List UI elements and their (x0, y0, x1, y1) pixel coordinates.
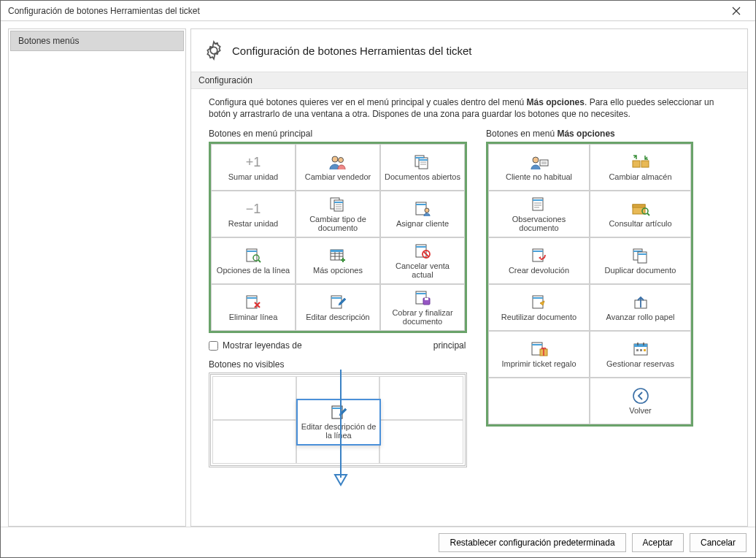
button-cell[interactable]: Cancelar venta actual (380, 237, 465, 284)
doc-edit-icon (329, 294, 347, 311)
hidden-slot[interactable] (379, 420, 463, 464)
button-cell[interactable] (488, 378, 590, 424)
doc-reuse-icon (531, 294, 548, 311)
button-cell-label: Gestionar reservas (606, 359, 674, 368)
button-cell[interactable]: Documentos abiertos (380, 144, 465, 191)
back-icon (632, 387, 649, 405)
cancel-button[interactable]: Cancelar (690, 533, 747, 552)
button-cell[interactable]: Cambiar almacén (590, 144, 691, 191)
button-cell[interactable]: Gestionar reservas (590, 331, 691, 378)
drag-ghost[interactable]: Editar descripción de la línea (296, 399, 381, 446)
button-cell-label: Restar unidad (228, 219, 279, 228)
dialog-window: Configuración de botones Herramientas de… (0, 0, 756, 558)
show-legends-checkbox[interactable] (209, 341, 218, 351)
doc-type-icon (328, 196, 347, 213)
button-cell-label: Sumar unidad (228, 172, 279, 181)
svg-rect-21 (331, 250, 343, 252)
button-cell-label: Asignar cliente (396, 219, 449, 228)
button-cell[interactable]: Duplicar documento (590, 237, 691, 284)
more-buttons-grid[interactable]: Cliente no habitualCambiar almacénObserv… (486, 142, 693, 427)
button-cell-label: Editar descripción (306, 313, 369, 321)
button-cell-label: Crear devolución (509, 266, 569, 275)
svg-point-59 (633, 389, 648, 403)
button-cell-label: Cobrar y finalizar documento (384, 308, 461, 326)
button-cell[interactable]: Volver (590, 378, 691, 424)
svg-rect-35 (641, 161, 649, 167)
hidden-buttons-label: Botones no visibles (209, 359, 467, 370)
window-title: Configuración de botones Herramientas de… (8, 6, 722, 16)
ok-button[interactable]: Aceptar (632, 533, 684, 552)
button-cell[interactable]: Cambiar tipo de documento (296, 191, 380, 237)
svg-rect-58 (644, 349, 646, 351)
button-cell[interactable]: Editar descripción (296, 284, 380, 331)
reset-defaults-button[interactable]: Restablecer configuración predeterminada (439, 533, 625, 552)
more-buttons-column: Botones en menú Más opciones Cliente no … (486, 129, 693, 427)
button-cell[interactable]: Consultar artículo (590, 191, 691, 237)
warehouse-swap-icon (630, 153, 651, 171)
button-cell[interactable]: Imprimir ticket regalo (488, 331, 590, 378)
button-cell[interactable]: Reutilizar documento (488, 284, 590, 331)
sidebar-item-label: Botones menús (18, 36, 79, 46)
button-cell[interactable]: Cliente no habitual (488, 144, 590, 191)
main-buttons-grid[interactable]: +1Sumar unidadCambiar vendedorDocumentos… (209, 142, 467, 333)
button-cell-label: Cliente no habitual (506, 172, 572, 181)
button-cell-label: Más opciones (313, 266, 363, 275)
box-search-icon (631, 200, 650, 218)
button-cell-label: Cancelar venta actual (384, 261, 461, 279)
svg-rect-57 (640, 349, 642, 351)
svg-rect-29 (425, 298, 428, 300)
doc-edit-icon (330, 405, 347, 421)
sidebar-item-botones-menus[interactable]: Botones menús (10, 31, 184, 51)
svg-rect-31 (540, 160, 548, 166)
button-cell[interactable]: Eliminar línea (211, 284, 296, 331)
svg-rect-53 (634, 344, 647, 347)
doc-forbid-icon (414, 242, 431, 260)
doc-gift-icon (530, 340, 549, 358)
sidebar: Botones menús (8, 28, 186, 527)
button-cell[interactable]: −1Restar unidad (211, 191, 296, 237)
doc-search-icon (244, 247, 262, 264)
button-cell[interactable]: Cobrar y finalizar documento (380, 284, 465, 331)
hidden-slot[interactable] (379, 376, 463, 420)
button-cell-label: Cambiar almacén (609, 172, 671, 181)
calendar-icon (632, 340, 649, 358)
button-cell[interactable]: Avanzar rollo papel (590, 284, 691, 331)
description-text: Configura qué botones quieres ver en el … (209, 96, 730, 120)
show-legends-row: Mostrar leyendas de xxxxxxxxxxxxxxxxxxxx… (209, 340, 467, 351)
content-area: Configura qué botones quieres ver en el … (191, 89, 747, 526)
close-icon (732, 7, 741, 15)
plus1-icon: +1 (246, 153, 261, 171)
hidden-slot[interactable] (212, 420, 296, 464)
main-buttons-label: Botones en menú principal (209, 129, 467, 139)
button-cell[interactable]: Observaciones documento (488, 191, 590, 237)
panel-title: Configuración de botones Herramientas de… (232, 45, 472, 57)
doc-dup-icon (631, 247, 650, 264)
button-cell[interactable]: Cambiar vendedor (296, 144, 380, 191)
button-cell-label: Cambiar tipo de documento (299, 215, 377, 232)
doc-person-icon (414, 200, 431, 218)
minus1-icon: −1 (246, 200, 261, 218)
button-cell-label: Avanzar rollo papel (606, 313, 675, 321)
button-cell-label: Volver (629, 406, 652, 415)
svg-point-30 (533, 157, 539, 163)
button-cell[interactable]: Más opciones (296, 237, 380, 284)
drag-ghost-label: Editar descripción de la línea (298, 422, 379, 440)
svg-line-15 (258, 260, 261, 262)
show-legends-label-p2: principal (433, 340, 466, 351)
table-plus-icon (329, 247, 347, 264)
svg-point-1 (339, 158, 344, 163)
button-cell[interactable]: Crear devolución (488, 237, 590, 284)
button-cell[interactable]: +1Sumar unidad (211, 144, 296, 191)
person-card-icon (529, 153, 549, 171)
svg-rect-41 (633, 205, 645, 207)
panel-header: Configuración de botones Herramientas de… (191, 29, 747, 72)
button-cell-label: Opciones de la línea (217, 266, 290, 275)
button-cell-label: Reutilizar documento (501, 313, 576, 321)
button-cell[interactable]: Asignar cliente (380, 191, 465, 237)
svg-point-12 (425, 208, 429, 213)
button-cell[interactable]: Opciones de la línea (211, 237, 296, 284)
close-button[interactable] (722, 1, 751, 20)
button-cell-label: Duplicar documento (605, 266, 676, 275)
hidden-slot[interactable] (212, 376, 296, 420)
doc-return-icon (531, 247, 548, 264)
